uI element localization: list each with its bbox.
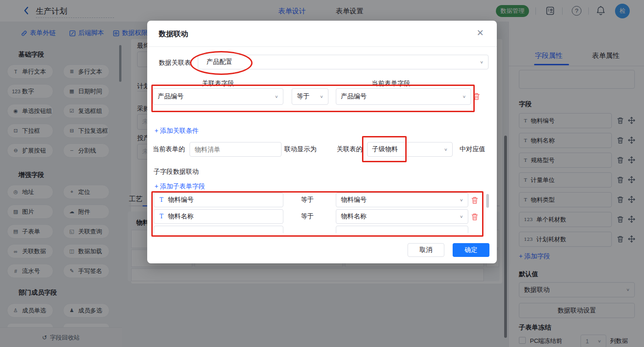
subfield-name: 物料编号	[168, 196, 194, 204]
chevron-down-icon: ∨	[480, 60, 483, 64]
close-icon[interactable]: ✕	[477, 28, 484, 38]
condition-right-select[interactable]: 产品编号 ∨	[336, 88, 471, 105]
subfield-name: 物料名称	[168, 212, 194, 221]
current-form-field-header: 当前表单字段	[336, 80, 446, 88]
link-table-select[interactable]: 产品配置 ∨	[198, 55, 489, 69]
related-table-field-header: 关联表字段	[153, 80, 283, 88]
delete-subfield-icon[interactable]	[471, 213, 478, 221]
subfield-row-clipped	[154, 226, 283, 233]
modal-scrollbar[interactable]	[486, 194, 489, 208]
subfield-row: T 物料名称 等于 物料名称 ∨	[153, 209, 480, 224]
add-subfield-link[interactable]: + 添加子表单字段	[155, 182, 205, 191]
subfield-field-chip[interactable]: T 物料名称	[154, 209, 283, 224]
subfield-value-select[interactable]: 物料编号 ∨	[336, 193, 468, 207]
linkage-suffix: 中对应值	[460, 145, 485, 154]
subfield-operator: 等于	[301, 196, 314, 204]
subfield-operator: 等于	[301, 212, 314, 221]
subfield-row: T 物料编号 等于 物料编号 ∨	[153, 193, 480, 207]
chevron-down-icon: ∨	[320, 94, 323, 99]
subfield-value-select[interactable]: 物料名称 ∨	[336, 209, 468, 224]
chevron-down-icon: ∨	[460, 198, 463, 202]
linkage-source-select[interactable]: 子级物料 ∨	[367, 142, 453, 157]
chevron-down-icon: ∨	[275, 94, 278, 99]
delete-condition-icon[interactable]	[473, 92, 480, 100]
chevron-down-icon: ∨	[444, 147, 448, 152]
condition-left-select[interactable]: 产品编号 ∨	[153, 88, 283, 105]
linkage-target-input[interactable]	[190, 142, 282, 157]
linkage-rel: 关联表的	[337, 145, 362, 154]
subfield-field-chip[interactable]: T 物料编号	[154, 193, 283, 207]
app-root: 生产计划 表单设计 表单设置 数据管理 ? 检 表单外链 后端脚本 数据权限 预…	[0, 0, 644, 347]
linkage-middle: 联动显示为	[284, 145, 316, 154]
delete-subfield-icon[interactable]	[471, 196, 478, 204]
condition-operator-select[interactable]: 等于 ∨	[292, 88, 328, 105]
text-field-icon: T	[160, 197, 163, 203]
subfield-row-clipped	[336, 226, 468, 233]
subfield-rows: T 物料编号 等于 物料编号 ∨ T 物料名称	[153, 193, 480, 233]
confirm-button[interactable]: 确定	[453, 243, 489, 257]
cancel-button[interactable]: 取消	[408, 243, 444, 257]
chevron-down-icon: ∨	[462, 94, 466, 99]
linkage-prefix: 当前表单的	[153, 145, 185, 154]
modal-header-divider	[147, 46, 497, 47]
add-condition-link[interactable]: + 添加关联条件	[155, 127, 199, 135]
chevron-down-icon: ∨	[460, 214, 463, 219]
link-table-label: 数据关联表	[159, 59, 191, 67]
data-linkage-modal: 数据联动 ✕ 数据关联表 产品配置 ∨ 关联表字段 当前表单字段 产品编号 ∨ …	[147, 21, 497, 263]
modal-title: 数据联动	[159, 29, 188, 39]
text-field-icon: T	[160, 213, 163, 220]
subfield-linkage-label: 子字段数据联动	[154, 168, 199, 176]
